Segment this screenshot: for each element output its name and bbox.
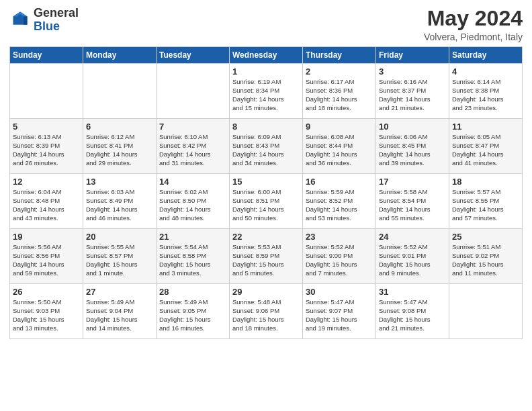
day-number: 30 — [306, 287, 373, 297]
table-row: 25Sunrise: 5:51 AM Sunset: 9:02 PM Dayli… — [449, 229, 523, 284]
table-row: 28Sunrise: 5:49 AM Sunset: 9:05 PM Dayli… — [157, 284, 230, 339]
table-row: 10Sunrise: 6:06 AM Sunset: 8:45 PM Dayli… — [376, 119, 449, 174]
day-number: 28 — [159, 287, 226, 297]
day-info: Sunrise: 5:58 AM Sunset: 8:54 PM Dayligh… — [379, 188, 446, 222]
col-saturday: Saturday — [449, 47, 523, 64]
day-info: Sunrise: 6:10 AM Sunset: 8:42 PM Dayligh… — [159, 133, 226, 167]
day-info: Sunrise: 5:56 AM Sunset: 8:56 PM Dayligh… — [13, 243, 80, 277]
calendar-week-row: 26Sunrise: 5:50 AM Sunset: 9:03 PM Dayli… — [10, 284, 523, 339]
logo-icon — [11, 9, 30, 28]
table-row: 16Sunrise: 5:59 AM Sunset: 8:52 PM Dayli… — [303, 174, 376, 229]
day-number: 31 — [379, 287, 446, 297]
day-info: Sunrise: 6:06 AM Sunset: 8:45 PM Dayligh… — [379, 133, 446, 167]
day-number: 5 — [13, 122, 80, 132]
day-number: 18 — [452, 177, 519, 187]
day-number: 4 — [452, 66, 519, 77]
col-monday: Monday — [83, 47, 157, 64]
table-row: 24Sunrise: 5:52 AM Sunset: 9:01 PM Dayli… — [376, 229, 449, 284]
table-row — [83, 64, 157, 119]
day-number: 15 — [232, 177, 300, 187]
day-number: 23 — [306, 232, 373, 242]
table-row — [157, 64, 230, 119]
table-row: 31Sunrise: 5:47 AM Sunset: 9:08 PM Dayli… — [376, 284, 449, 339]
day-number: 19 — [13, 232, 80, 242]
day-number: 10 — [379, 122, 446, 132]
day-number: 11 — [452, 122, 519, 132]
day-number: 9 — [306, 122, 373, 132]
table-row: 12Sunrise: 6:04 AM Sunset: 8:48 PM Dayli… — [10, 174, 83, 229]
calendar-location: Volvera, Piedmont, Italy — [424, 32, 523, 42]
day-info: Sunrise: 5:59 AM Sunset: 8:52 PM Dayligh… — [306, 188, 373, 222]
day-info: Sunrise: 5:49 AM Sunset: 9:04 PM Dayligh… — [86, 298, 153, 332]
table-row: 9Sunrise: 6:08 AM Sunset: 8:44 PM Daylig… — [303, 119, 376, 174]
day-number: 21 — [159, 232, 226, 242]
day-info: Sunrise: 6:02 AM Sunset: 8:50 PM Dayligh… — [159, 188, 226, 222]
day-info: Sunrise: 5:54 AM Sunset: 8:58 PM Dayligh… — [159, 243, 226, 277]
table-row: 22Sunrise: 5:53 AM Sunset: 8:59 PM Dayli… — [230, 229, 303, 284]
day-number: 14 — [159, 177, 226, 187]
table-row: 23Sunrise: 5:52 AM Sunset: 9:00 PM Dayli… — [303, 229, 376, 284]
col-sunday: Sunday — [10, 47, 83, 64]
table-row: 27Sunrise: 5:49 AM Sunset: 9:04 PM Dayli… — [83, 284, 157, 339]
table-row: 7Sunrise: 6:10 AM Sunset: 8:42 PM Daylig… — [157, 119, 230, 174]
day-info: Sunrise: 5:48 AM Sunset: 9:06 PM Dayligh… — [232, 298, 300, 332]
table-row: 13Sunrise: 6:03 AM Sunset: 8:49 PM Dayli… — [83, 174, 157, 229]
day-info: Sunrise: 5:53 AM Sunset: 8:59 PM Dayligh… — [232, 243, 300, 277]
day-info: Sunrise: 5:49 AM Sunset: 9:05 PM Dayligh… — [159, 298, 226, 332]
table-row: 26Sunrise: 5:50 AM Sunset: 9:03 PM Dayli… — [10, 284, 83, 339]
calendar-week-row: 1Sunrise: 6:19 AM Sunset: 8:34 PM Daylig… — [10, 64, 523, 119]
table-row: 30Sunrise: 5:47 AM Sunset: 9:07 PM Dayli… — [303, 284, 376, 339]
day-info: Sunrise: 5:47 AM Sunset: 9:08 PM Dayligh… — [379, 298, 446, 332]
logo-blue: Blue — [34, 19, 60, 33]
page-header: General Blue May 2024 Volvera, Piedmont,… — [9, 7, 523, 42]
day-info: Sunrise: 6:19 AM Sunset: 8:34 PM Dayligh… — [232, 78, 300, 112]
table-row — [449, 284, 523, 339]
day-info: Sunrise: 6:09 AM Sunset: 8:43 PM Dayligh… — [232, 133, 300, 167]
day-number: 1 — [232, 66, 300, 77]
day-number: 2 — [306, 66, 373, 77]
day-number: 7 — [159, 122, 226, 132]
day-number: 12 — [13, 177, 80, 187]
table-row: 4Sunrise: 6:14 AM Sunset: 8:38 PM Daylig… — [449, 64, 523, 119]
day-number: 6 — [86, 122, 153, 132]
day-info: Sunrise: 6:08 AM Sunset: 8:44 PM Dayligh… — [306, 133, 373, 167]
table-row: 15Sunrise: 6:00 AM Sunset: 8:51 PM Dayli… — [230, 174, 303, 229]
calendar-header-row: Sunday Monday Tuesday Wednesday Thursday… — [10, 47, 523, 64]
table-row: 2Sunrise: 6:17 AM Sunset: 8:36 PM Daylig… — [303, 64, 376, 119]
day-number: 27 — [86, 287, 153, 297]
day-number: 8 — [232, 122, 300, 132]
table-row — [10, 64, 83, 119]
col-thursday: Thursday — [303, 47, 376, 64]
col-tuesday: Tuesday — [157, 47, 230, 64]
logo-general: General — [34, 6, 79, 19]
day-number: 16 — [306, 177, 373, 187]
table-row: 11Sunrise: 6:05 AM Sunset: 8:47 PM Dayli… — [449, 119, 523, 174]
day-info: Sunrise: 6:12 AM Sunset: 8:41 PM Dayligh… — [86, 133, 153, 167]
table-row: 3Sunrise: 6:16 AM Sunset: 8:37 PM Daylig… — [376, 64, 449, 119]
day-number: 22 — [232, 232, 300, 242]
day-number: 24 — [379, 232, 446, 242]
day-info: Sunrise: 5:47 AM Sunset: 9:07 PM Dayligh… — [306, 298, 373, 332]
day-info: Sunrise: 5:57 AM Sunset: 8:55 PM Dayligh… — [452, 188, 519, 222]
calendar-title: May 2024 — [424, 7, 523, 30]
logo-text: General Blue — [34, 7, 79, 34]
calendar-table: Sunday Monday Tuesday Wednesday Thursday… — [9, 46, 523, 339]
day-info: Sunrise: 6:14 AM Sunset: 8:38 PM Dayligh… — [452, 78, 519, 112]
calendar-week-row: 5Sunrise: 6:13 AM Sunset: 8:39 PM Daylig… — [10, 119, 523, 174]
day-number: 13 — [86, 177, 153, 187]
calendar-week-row: 12Sunrise: 6:04 AM Sunset: 8:48 PM Dayli… — [10, 174, 523, 229]
day-number: 25 — [452, 232, 519, 242]
table-row: 17Sunrise: 5:58 AM Sunset: 8:54 PM Dayli… — [376, 174, 449, 229]
day-info: Sunrise: 6:00 AM Sunset: 8:51 PM Dayligh… — [232, 188, 300, 222]
col-friday: Friday — [376, 47, 449, 64]
day-info: Sunrise: 6:04 AM Sunset: 8:48 PM Dayligh… — [13, 188, 80, 222]
title-block: May 2024 Volvera, Piedmont, Italy — [424, 7, 523, 42]
day-number: 3 — [379, 66, 446, 77]
calendar-week-row: 19Sunrise: 5:56 AM Sunset: 8:56 PM Dayli… — [10, 229, 523, 284]
day-info: Sunrise: 5:51 AM Sunset: 9:02 PM Dayligh… — [452, 243, 519, 277]
day-info: Sunrise: 5:52 AM Sunset: 9:00 PM Dayligh… — [306, 243, 373, 277]
table-row: 19Sunrise: 5:56 AM Sunset: 8:56 PM Dayli… — [10, 229, 83, 284]
table-row: 8Sunrise: 6:09 AM Sunset: 8:43 PM Daylig… — [230, 119, 303, 174]
day-info: Sunrise: 6:05 AM Sunset: 8:47 PM Dayligh… — [452, 133, 519, 167]
logo: General Blue — [9, 7, 79, 34]
